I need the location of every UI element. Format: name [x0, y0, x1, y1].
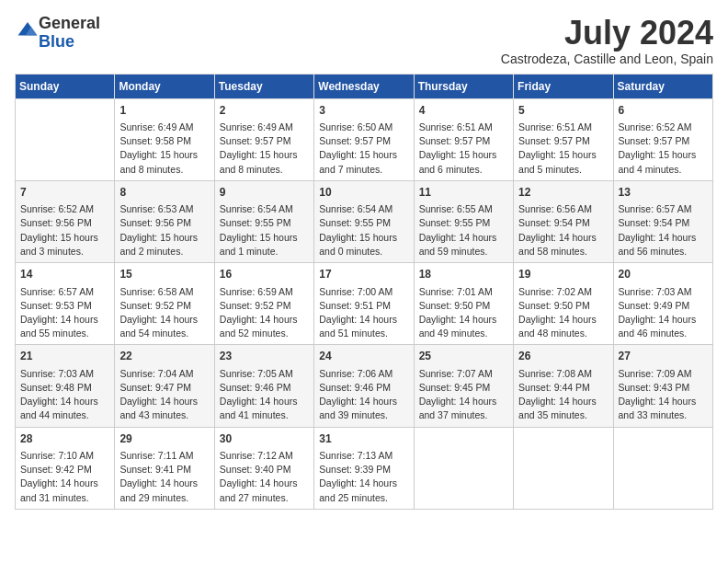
cell-text: Sunrise: 6:59 AM Sunset: 9:52 PM Dayligh… [220, 285, 309, 341]
cell-text: Sunrise: 6:53 AM Sunset: 9:56 PM Dayligh… [119, 202, 209, 259]
day-header-wednesday: Wednesday [314, 74, 414, 98]
day-number: 4 [419, 103, 508, 119]
day-number: 8 [119, 185, 209, 201]
calendar-cell: 11Sunrise: 6:55 AM Sunset: 9:55 PM Dayli… [414, 180, 513, 262]
day-number: 22 [119, 349, 209, 364]
day-number: 9 [220, 185, 309, 201]
calendar-table: SundayMondayTuesdayWednesdayThursdayFrid… [15, 74, 713, 510]
day-number: 26 [518, 349, 608, 364]
cell-text: Sunrise: 7:01 AM Sunset: 9:50 PM Dayligh… [419, 285, 508, 341]
calendar-cell: 1Sunrise: 6:49 AM Sunset: 9:58 PM Daylig… [115, 98, 214, 180]
day-header-thursday: Thursday [414, 74, 513, 98]
cell-text: Sunrise: 7:09 AM Sunset: 9:43 PM Dayligh… [619, 367, 708, 423]
cell-text: Sunrise: 6:56 AM Sunset: 9:54 PM Dayligh… [518, 202, 608, 259]
cell-text: Sunrise: 6:57 AM Sunset: 9:53 PM Dayligh… [20, 285, 109, 341]
calendar-cell: 18Sunrise: 7:01 AM Sunset: 9:50 PM Dayli… [414, 263, 513, 345]
calendar-cell: 14Sunrise: 6:57 AM Sunset: 9:53 PM Dayli… [16, 263, 115, 345]
calendar-cell: 7Sunrise: 6:52 AM Sunset: 9:56 PM Daylig… [16, 180, 115, 262]
calendar-cell: 25Sunrise: 7:07 AM Sunset: 9:45 PM Dayli… [414, 345, 513, 427]
week-row: 21Sunrise: 7:03 AM Sunset: 9:48 PM Dayli… [16, 345, 713, 427]
week-row: 28Sunrise: 7:10 AM Sunset: 9:42 PM Dayli… [16, 427, 713, 509]
header-row: SundayMondayTuesdayWednesdayThursdayFrid… [16, 74, 713, 98]
calendar-cell [613, 427, 712, 509]
calendar-cell: 24Sunrise: 7:06 AM Sunset: 9:46 PM Dayli… [314, 345, 414, 427]
day-number: 23 [220, 349, 309, 364]
day-number: 18 [419, 267, 508, 282]
cell-text: Sunrise: 7:06 AM Sunset: 9:46 PM Dayligh… [319, 367, 408, 423]
day-number: 1 [119, 103, 209, 119]
cell-text: Sunrise: 6:52 AM Sunset: 9:56 PM Dayligh… [20, 202, 109, 259]
cell-text: Sunrise: 6:54 AM Sunset: 9:55 PM Dayligh… [220, 202, 309, 259]
week-row: 7Sunrise: 6:52 AM Sunset: 9:56 PM Daylig… [16, 180, 713, 262]
day-number: 29 [119, 431, 209, 447]
calendar-cell: 22Sunrise: 7:04 AM Sunset: 9:47 PM Dayli… [115, 345, 214, 427]
logo-text: General Blue [39, 15, 100, 52]
day-number: 31 [319, 431, 408, 447]
calendar-cell: 19Sunrise: 7:02 AM Sunset: 9:50 PM Dayli… [514, 263, 613, 345]
day-number: 19 [518, 267, 608, 282]
calendar-cell [16, 98, 115, 180]
day-number: 21 [20, 349, 109, 364]
day-number: 11 [419, 185, 508, 201]
day-number: 13 [619, 185, 708, 201]
day-number: 15 [119, 267, 209, 282]
calendar-cell: 6Sunrise: 6:52 AM Sunset: 9:57 PM Daylig… [613, 98, 712, 180]
day-number: 20 [619, 267, 708, 282]
cell-text: Sunrise: 6:55 AM Sunset: 9:55 PM Dayligh… [419, 202, 508, 259]
calendar-cell: 15Sunrise: 6:58 AM Sunset: 9:52 PM Dayli… [115, 263, 214, 345]
calendar-cell: 9Sunrise: 6:54 AM Sunset: 9:55 PM Daylig… [214, 180, 313, 262]
logo: General Blue [15, 15, 100, 52]
day-number: 28 [20, 431, 109, 447]
calendar-cell: 26Sunrise: 7:08 AM Sunset: 9:44 PM Dayli… [514, 345, 613, 427]
day-number: 14 [20, 267, 109, 282]
location: Castrodeza, Castille and Leon, Spain [501, 52, 713, 66]
cell-text: Sunrise: 7:02 AM Sunset: 9:50 PM Dayligh… [518, 285, 608, 341]
calendar-cell: 2Sunrise: 6:49 AM Sunset: 9:57 PM Daylig… [214, 98, 313, 180]
day-number: 27 [619, 349, 708, 364]
page-header: General Blue July 2024 Castrodeza, Casti… [15, 15, 713, 66]
day-number: 7 [20, 185, 109, 201]
cell-text: Sunrise: 7:07 AM Sunset: 9:45 PM Dayligh… [419, 367, 508, 423]
day-number: 12 [518, 185, 608, 201]
calendar-cell: 10Sunrise: 6:54 AM Sunset: 9:55 PM Dayli… [314, 180, 414, 262]
calendar-cell: 4Sunrise: 6:51 AM Sunset: 9:57 PM Daylig… [414, 98, 513, 180]
cell-text: Sunrise: 7:05 AM Sunset: 9:46 PM Dayligh… [220, 367, 309, 423]
day-header-sunday: Sunday [16, 74, 115, 98]
cell-text: Sunrise: 7:13 AM Sunset: 9:39 PM Dayligh… [319, 449, 408, 505]
day-number: 25 [419, 349, 508, 364]
day-number: 3 [319, 103, 408, 119]
cell-text: Sunrise: 6:57 AM Sunset: 9:54 PM Dayligh… [619, 202, 708, 259]
calendar-cell: 28Sunrise: 7:10 AM Sunset: 9:42 PM Dayli… [16, 427, 115, 509]
calendar-cell: 5Sunrise: 6:51 AM Sunset: 9:57 PM Daylig… [514, 98, 613, 180]
cell-text: Sunrise: 7:11 AM Sunset: 9:41 PM Dayligh… [119, 449, 209, 505]
calendar-cell: 8Sunrise: 6:53 AM Sunset: 9:56 PM Daylig… [115, 180, 214, 262]
calendar-cell: 27Sunrise: 7:09 AM Sunset: 9:43 PM Dayli… [613, 345, 712, 427]
cell-text: Sunrise: 6:54 AM Sunset: 9:55 PM Dayligh… [319, 202, 408, 259]
calendar-cell: 29Sunrise: 7:11 AM Sunset: 9:41 PM Dayli… [115, 427, 214, 509]
day-number: 17 [319, 267, 408, 282]
calendar-cell: 21Sunrise: 7:03 AM Sunset: 9:48 PM Dayli… [16, 345, 115, 427]
calendar-cell: 30Sunrise: 7:12 AM Sunset: 9:40 PM Dayli… [214, 427, 313, 509]
calendar-cell: 12Sunrise: 6:56 AM Sunset: 9:54 PM Dayli… [514, 180, 613, 262]
calendar-cell [414, 427, 513, 509]
cell-text: Sunrise: 7:08 AM Sunset: 9:44 PM Dayligh… [518, 367, 608, 423]
calendar-cell: 31Sunrise: 7:13 AM Sunset: 9:39 PM Dayli… [314, 427, 414, 509]
week-row: 1Sunrise: 6:49 AM Sunset: 9:58 PM Daylig… [16, 98, 713, 180]
logo-icon [17, 20, 39, 39]
day-number: 24 [319, 349, 408, 364]
calendar-cell: 17Sunrise: 7:00 AM Sunset: 9:51 PM Dayli… [314, 263, 414, 345]
calendar-cell: 16Sunrise: 6:59 AM Sunset: 9:52 PM Dayli… [214, 263, 313, 345]
cell-text: Sunrise: 7:03 AM Sunset: 9:49 PM Dayligh… [619, 285, 708, 341]
day-header-friday: Friday [514, 74, 613, 98]
cell-text: Sunrise: 7:12 AM Sunset: 9:40 PM Dayligh… [220, 449, 309, 505]
cell-text: Sunrise: 6:50 AM Sunset: 9:57 PM Dayligh… [319, 121, 408, 177]
cell-text: Sunrise: 6:49 AM Sunset: 9:57 PM Dayligh… [220, 121, 309, 177]
cell-text: Sunrise: 6:51 AM Sunset: 9:57 PM Dayligh… [518, 121, 608, 177]
cell-text: Sunrise: 6:52 AM Sunset: 9:57 PM Dayligh… [619, 121, 708, 177]
cell-text: Sunrise: 7:10 AM Sunset: 9:42 PM Dayligh… [20, 449, 109, 505]
day-number: 16 [220, 267, 309, 282]
day-header-saturday: Saturday [613, 74, 712, 98]
title-block: July 2024 Castrodeza, Castille and Leon,… [501, 15, 713, 66]
calendar-cell: 20Sunrise: 7:03 AM Sunset: 9:49 PM Dayli… [613, 263, 712, 345]
day-number: 10 [319, 185, 408, 201]
